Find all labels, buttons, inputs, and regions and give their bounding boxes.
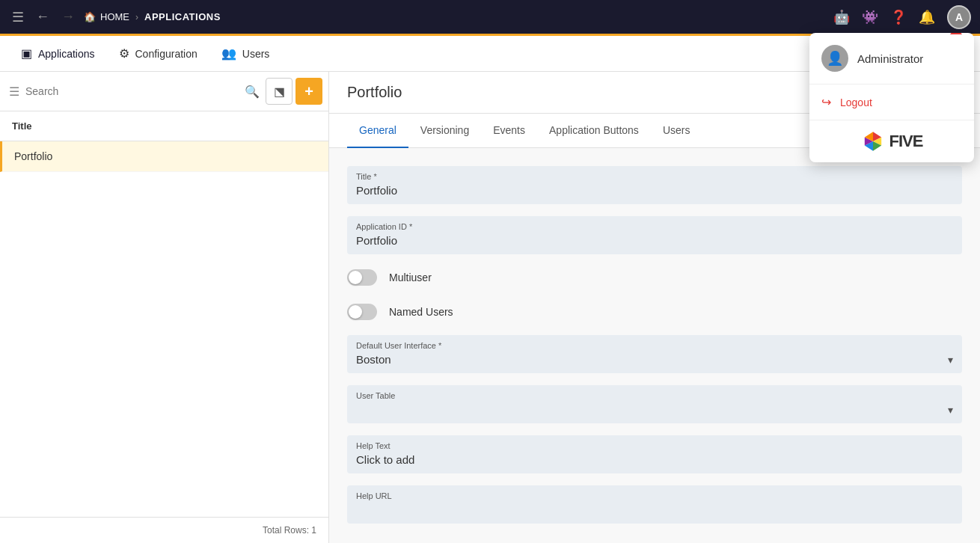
search-input[interactable] <box>25 85 239 97</box>
top-bar: ☰ ← → 🏠 HOME › APPLICATIONS 🤖 👾 ❓ 🔔 A <box>0 0 980 36</box>
default-ui-dropdown-arrow: ▾ <box>948 354 953 366</box>
dropdown-header: 👤 Administrator <box>809 33 974 85</box>
app-id-field-label: Application ID * <box>356 222 953 231</box>
default-ui-field[interactable]: Default User Interface * Boston ▾ <box>347 335 962 373</box>
user-table-dropdown-arrow: ▾ <box>948 404 953 416</box>
top-bar-right: 🤖 👾 ❓ 🔔 A <box>833 5 971 29</box>
avatar-button[interactable]: A <box>947 5 971 29</box>
hamburger-icon[interactable]: ☰ <box>9 6 27 28</box>
named-users-row: Named Users <box>347 301 962 323</box>
default-ui-label: Default User Interface * <box>356 341 953 350</box>
user-table-value[interactable] <box>356 403 948 416</box>
dropdown-avatar-icon: 👤 <box>821 45 848 72</box>
help-url-field[interactable]: Help URL <box>347 485 962 524</box>
tab-versioning[interactable]: Versioning <box>408 114 481 148</box>
named-users-label: Named Users <box>389 306 453 318</box>
sidebar-search-bar: ☰ 🔍 ⬔ + <box>0 72 328 111</box>
title-field-label: Title * <box>356 172 953 181</box>
list-item-label: Portfolio <box>14 150 52 162</box>
user-table-dropdown: ▾ <box>356 403 953 416</box>
filter-icon[interactable]: ☰ <box>6 82 22 102</box>
user-dropdown-menu: 👤 Administrator ↪ Logout FIVE <box>809 33 974 162</box>
form-content: Title * Portfolio Application ID * Portf… <box>329 148 980 543</box>
nav-separator: › <box>135 12 138 22</box>
robot-icon[interactable]: 👾 <box>862 9 878 25</box>
dropdown-username: Administrator <box>857 52 923 65</box>
nav-home[interactable]: 🏠 HOME <box>84 11 129 22</box>
forward-icon[interactable]: → <box>58 6 78 28</box>
applications-icon: ▣ <box>21 46 32 61</box>
help-text-label: Help Text <box>356 441 953 450</box>
sidebar-footer: Total Rows: 1 <box>0 517 328 543</box>
default-ui-value[interactable]: Boston <box>356 353 948 366</box>
subnav-users[interactable]: 👥 Users <box>212 40 279 67</box>
tab-events[interactable]: Events <box>481 114 537 148</box>
help-text-value[interactable]: Click to add <box>356 453 953 466</box>
app-id-field[interactable]: Application ID * Portfolio <box>347 216 962 254</box>
users-label: Users <box>242 48 270 60</box>
subnav-applications[interactable]: ▣ Applications <box>12 40 104 67</box>
logout-label: Logout <box>840 96 872 108</box>
sidebar-list: Portfolio <box>0 141 328 517</box>
notification-icon[interactable]: 🔔 <box>919 9 935 25</box>
title-field-value[interactable]: Portfolio <box>356 184 953 197</box>
support-icon[interactable]: 🤖 <box>833 9 850 25</box>
add-button[interactable]: + <box>295 78 322 105</box>
content-title: Portfolio <box>347 84 872 101</box>
multiuser-toggle[interactable] <box>347 269 377 286</box>
search-icon[interactable]: 🔍 <box>242 82 263 102</box>
tab-users[interactable]: Users <box>651 114 702 148</box>
tab-general[interactable]: General <box>347 114 408 148</box>
help-url-label: Help URL <box>356 491 953 500</box>
named-users-toggle-knob <box>349 305 362 319</box>
default-ui-dropdown: Boston ▾ <box>356 353 953 366</box>
configuration-label: Configuration <box>135 48 197 60</box>
users-icon: 👥 <box>221 46 236 61</box>
app-id-field-value[interactable]: Portfolio <box>356 234 953 247</box>
sidebar-actions: ⬔ + <box>266 78 322 105</box>
sidebar: ☰ 🔍 ⬔ + Title Portfolio Total Rows: 1 <box>0 72 329 543</box>
help-icon[interactable]: ❓ <box>890 9 907 25</box>
back-icon[interactable]: ← <box>33 6 52 28</box>
multiuser-label: Multiuser <box>389 272 432 283</box>
help-text-field[interactable]: Help Text Click to add <box>347 435 962 473</box>
configuration-icon: ⚙ <box>119 46 129 61</box>
multiuser-row: Multiuser <box>347 266 962 289</box>
title-field[interactable]: Title * Portfolio <box>347 166 962 204</box>
tab-application-buttons[interactable]: Application Buttons <box>537 114 651 148</box>
applications-label: Applications <box>38 48 95 60</box>
nav-applications: APPLICATIONS <box>144 11 221 22</box>
named-users-toggle[interactable] <box>347 304 377 320</box>
list-item[interactable]: Portfolio <box>0 141 328 172</box>
user-table-label: User Table <box>356 391 953 400</box>
subnav-configuration[interactable]: ⚙ Configuration <box>110 40 206 67</box>
multiuser-toggle-knob <box>349 271 362 284</box>
logout-item[interactable]: ↪ Logout <box>809 85 974 120</box>
help-url-value[interactable] <box>356 503 953 516</box>
home-label: HOME <box>100 11 129 22</box>
five-logo-svg <box>861 129 885 153</box>
home-icon: 🏠 <box>84 11 96 22</box>
export-button[interactable]: ⬔ <box>266 78 293 105</box>
dropdown-footer: FIVE <box>809 120 974 162</box>
sidebar-column-header: Title <box>0 111 328 141</box>
five-logo: FIVE <box>861 129 923 153</box>
user-table-field[interactable]: User Table ▾ <box>347 385 962 423</box>
logout-icon: ↪ <box>821 95 831 109</box>
five-brand-text: FIVE <box>889 132 923 151</box>
